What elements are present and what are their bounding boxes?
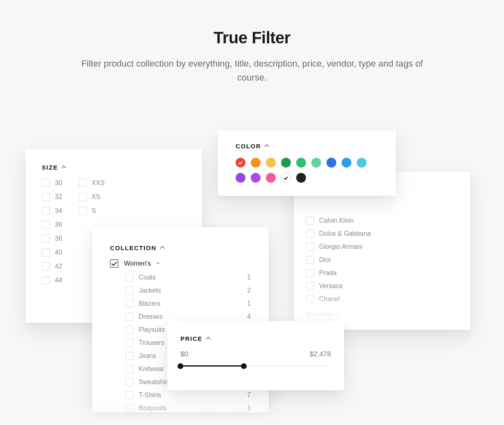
collection-option[interactable]: Jackets2 bbox=[126, 286, 251, 295]
color-swatch-orange[interactable] bbox=[251, 158, 261, 168]
checkbox-icon[interactable] bbox=[126, 365, 134, 373]
color-swatch-white[interactable] bbox=[281, 173, 291, 183]
brand-option[interactable]: Calvin Klein bbox=[306, 217, 458, 225]
collection-option-label: Coats bbox=[139, 274, 156, 281]
collection-option[interactable]: Dresses4 bbox=[126, 313, 251, 321]
size-option[interactable]: 30 bbox=[42, 179, 62, 187]
color-swatch-black[interactable] bbox=[296, 173, 306, 183]
collection-option[interactable]: Blazers1 bbox=[126, 300, 251, 308]
collection-option-label: Trousers bbox=[139, 340, 164, 346]
color-swatch-green[interactable] bbox=[296, 158, 306, 168]
collection-option-label: Dresses bbox=[139, 313, 163, 320]
checkbox-icon[interactable] bbox=[126, 286, 134, 295]
checkbox-icon[interactable] bbox=[42, 262, 50, 271]
color-swatch-blue[interactable] bbox=[326, 158, 336, 168]
checkbox-icon[interactable] bbox=[42, 248, 50, 257]
color-swatch-violet[interactable] bbox=[236, 173, 245, 183]
checkbox-icon[interactable] bbox=[42, 235, 50, 243]
brand-option[interactable]: Versace bbox=[306, 282, 458, 290]
checkbox-icon[interactable] bbox=[126, 352, 134, 360]
price-filter-card: PRICE $0 $2,478 bbox=[167, 321, 344, 390]
collection-title-row[interactable]: COLLECTION bbox=[110, 244, 251, 251]
color-swatch-yellow[interactable] bbox=[266, 158, 276, 168]
checkbox-icon[interactable] bbox=[126, 391, 134, 399]
size-option[interactable]: 34 bbox=[42, 207, 62, 215]
color-swatch-red[interactable] bbox=[236, 158, 245, 168]
checkbox-icon[interactable] bbox=[126, 378, 134, 386]
chevron-up-icon bbox=[206, 337, 210, 341]
collection-option[interactable]: Coats1 bbox=[126, 273, 251, 282]
price-title: PRICE bbox=[180, 335, 202, 342]
color-filter-card: COLOR bbox=[218, 130, 396, 196]
price-title-row[interactable]: PRICE bbox=[180, 335, 331, 342]
brand-option[interactable]: Prada bbox=[306, 269, 458, 277]
checkbox-icon[interactable] bbox=[126, 313, 134, 321]
price-slider[interactable] bbox=[180, 362, 331, 370]
checkbox-icon[interactable] bbox=[306, 256, 314, 264]
color-title: COLOR bbox=[236, 143, 261, 150]
size-option[interactable]: XXS bbox=[79, 179, 105, 187]
color-swatch-pink[interactable] bbox=[266, 173, 276, 183]
color-swatch-purple[interactable] bbox=[251, 173, 261, 183]
brand-option-label: Dior bbox=[319, 257, 331, 263]
price-max-label: $2,478 bbox=[310, 350, 331, 358]
checkbox-icon[interactable] bbox=[306, 269, 314, 277]
collection-option[interactable]: Bodysuits1 bbox=[126, 404, 251, 412]
checkbox-icon[interactable] bbox=[42, 193, 50, 201]
brand-option-label: Calvin Klein bbox=[319, 217, 353, 224]
checkbox-icon[interactable] bbox=[306, 230, 314, 238]
collection-parent-row[interactable]: Women's bbox=[110, 259, 251, 268]
brand-see-more[interactable]: See more + bbox=[306, 311, 458, 318]
color-swatch-green-dark[interactable] bbox=[281, 158, 291, 168]
slider-handle-min[interactable] bbox=[178, 363, 183, 369]
size-option[interactable]: 40 bbox=[42, 248, 62, 257]
brand-option[interactable]: Dolce & Gabbana bbox=[306, 230, 458, 238]
size-option-label: 34 bbox=[55, 208, 62, 214]
size-option[interactable]: XS bbox=[79, 193, 105, 201]
chevron-up-icon bbox=[265, 144, 269, 149]
size-option[interactable]: S bbox=[79, 207, 105, 215]
size-option[interactable]: 42 bbox=[42, 262, 62, 271]
hero-title: True Filter bbox=[0, 29, 504, 47]
checkbox-icon[interactable] bbox=[126, 339, 134, 347]
size-title-row[interactable]: SIZE bbox=[42, 164, 186, 171]
color-swatch-cyan[interactable] bbox=[357, 158, 367, 168]
brand-option[interactable]: Dior bbox=[306, 256, 458, 264]
color-title-row[interactable]: COLOR bbox=[236, 143, 378, 150]
size-option-label: 44 bbox=[55, 277, 62, 284]
checkbox-icon[interactable] bbox=[42, 179, 50, 187]
collection-option-count: 2 bbox=[247, 287, 251, 294]
checkbox-icon[interactable] bbox=[42, 207, 50, 215]
size-option-label: S bbox=[92, 208, 96, 214]
size-option[interactable]: 32 bbox=[42, 193, 62, 201]
checkbox-icon[interactable] bbox=[126, 404, 134, 412]
size-option[interactable]: 36 bbox=[42, 221, 62, 229]
color-swatch-blue-light[interactable] bbox=[342, 158, 351, 168]
checkbox-checked-icon[interactable] bbox=[110, 259, 118, 268]
checkbox-icon[interactable] bbox=[42, 276, 50, 284]
size-option-label: 32 bbox=[55, 194, 62, 200]
brand-option[interactable]: Chanel bbox=[306, 295, 458, 303]
size-option-label: 42 bbox=[55, 263, 62, 270]
size-option[interactable]: 44 bbox=[42, 276, 62, 284]
checkbox-icon[interactable] bbox=[126, 300, 134, 308]
checkbox-icon[interactable] bbox=[79, 193, 87, 201]
checkbox-icon[interactable] bbox=[126, 273, 134, 282]
slider-handle-max[interactable] bbox=[241, 363, 247, 369]
checkbox-icon[interactable] bbox=[79, 207, 87, 215]
brand-option[interactable]: Giorgio Armani bbox=[306, 243, 458, 251]
collection-option-count: 4 bbox=[247, 313, 251, 320]
color-swatch-teal[interactable] bbox=[311, 158, 321, 168]
checkbox-icon[interactable] bbox=[306, 295, 314, 303]
checkbox-icon[interactable] bbox=[306, 282, 314, 290]
checkbox-icon[interactable] bbox=[306, 217, 314, 225]
checkbox-icon[interactable] bbox=[306, 243, 314, 251]
collection-option[interactable]: T-Shirts7 bbox=[126, 391, 251, 399]
size-option[interactable]: 38 bbox=[42, 235, 62, 243]
hero: True Filter Filter product collection by… bbox=[0, 0, 504, 85]
collection-option-label: Blazers bbox=[139, 300, 160, 307]
size-option-label: 36 bbox=[55, 221, 62, 228]
checkbox-icon[interactable] bbox=[79, 179, 87, 187]
checkbox-icon[interactable] bbox=[42, 221, 50, 229]
checkbox-icon[interactable] bbox=[126, 326, 134, 334]
